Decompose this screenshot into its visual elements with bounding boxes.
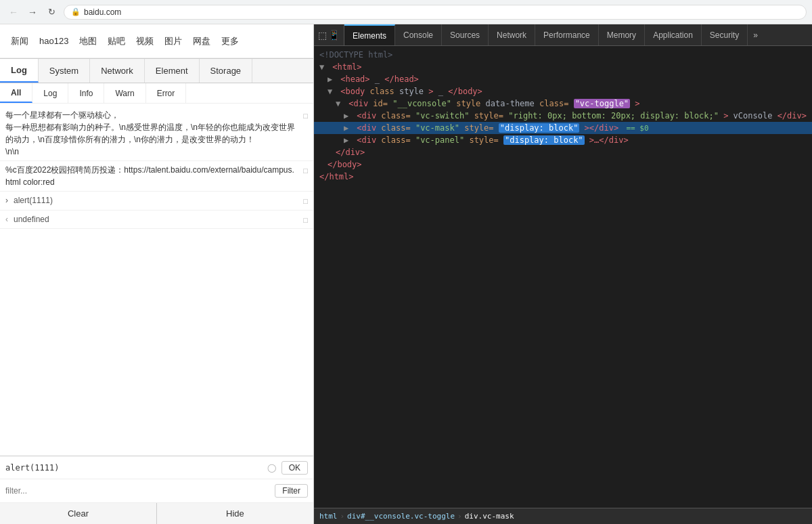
head-ellipsis: _	[375, 74, 380, 84]
filter-log[interactable]: Log	[32, 83, 68, 103]
nav-buttons: ← → ↻	[5, 4, 60, 20]
collapse-html[interactable]: ▼	[319, 62, 328, 72]
vc-panel-style-highlight: "display: block"	[503, 135, 585, 145]
browser-chrome: ← → ↻ 🔒 baidu.com	[0, 0, 812, 24]
console-ok-button[interactable]: OK	[281, 461, 308, 475]
head-close: </head>	[384, 74, 419, 84]
entry-arrow-4: ‹	[5, 213, 8, 225]
main-area: 新闻 hao123 地图 贴吧 视频 图片 网盘 更多 Log System N…	[0, 24, 812, 524]
tab-network[interactable]: Network	[90, 59, 145, 83]
nav-item-hao123[interactable]: hao123	[39, 36, 68, 46]
breadcrumb-html[interactable]: html	[319, 512, 338, 521]
nav-item-map[interactable]: 地图	[79, 35, 97, 47]
devtools-panel: ⬚ 📱 Elements Console Sources Network Per…	[314, 24, 812, 524]
filter-error[interactable]: Error	[146, 83, 187, 103]
inspect-icon[interactable]: ⬚	[318, 30, 327, 41]
devtools-tab-memory[interactable]: Memory	[599, 24, 645, 45]
copy-btn-3[interactable]: □	[303, 196, 308, 207]
dom-line-close-div[interactable]: </div>	[314, 146, 812, 158]
address-bar[interactable]: 🔒 baidu.com	[64, 5, 807, 20]
devtools-tab-network[interactable]: Network	[489, 24, 535, 45]
forward-button[interactable]: →	[24, 4, 41, 20]
console-text-4: undefined	[14, 213, 298, 225]
filter-info[interactable]: Info	[68, 83, 104, 103]
console-entry-3: › alert(1111) □	[0, 192, 313, 211]
collapse-vc-panel[interactable]: ▶	[344, 135, 352, 145]
tab-element[interactable]: Element	[145, 59, 200, 83]
dom-line-body[interactable]: ▼ <body class style > _ </body>	[314, 85, 812, 97]
devtools-tab-sources[interactable]: Sources	[442, 24, 489, 45]
devtools-tab-application[interactable]: Application	[645, 24, 702, 45]
filter-all[interactable]: All	[0, 83, 32, 103]
lock-icon: 🔒	[71, 7, 81, 16]
browser-content: 新闻 hao123 地图 贴吧 视频 图片 网盘 更多 Log System N…	[0, 24, 314, 524]
vc-toggle-highlight: "vc-toggle"	[574, 99, 630, 108]
nav-item-tieba[interactable]: 贴吧	[108, 35, 125, 47]
collapse-body[interactable]: ▼	[328, 87, 336, 96]
nav-item-news[interactable]: 新闻	[11, 35, 28, 47]
console-text-3: alert(1111)	[14, 194, 298, 206]
copy-btn-2[interactable]: □	[303, 165, 308, 177]
url-text: baidu.com	[84, 7, 121, 17]
dom-line-vc-panel[interactable]: ▶ <div class= "vc-panel" style= "display…	[314, 134, 812, 146]
tab-log[interactable]: Log	[0, 59, 39, 83]
dom-line-close-html[interactable]: </html>	[314, 171, 812, 183]
devtools-breadcrumb: html › div#__vconsole.vc-toggle › div.vc…	[314, 508, 812, 524]
console-entry-4: ‹ undefined □	[0, 211, 313, 230]
devtools-tab-elements[interactable]: Elements	[344, 24, 395, 45]
vc-mask-style-highlight: "display: block"	[499, 123, 580, 133]
collapse-vconsole[interactable]: ▼	[336, 99, 344, 108]
console-filter-bar: All Log Info Warn Error	[0, 83, 313, 104]
dom-line-head[interactable]: ▶ <head> _ </head>	[314, 73, 812, 85]
head-tag: <head>	[340, 74, 369, 84]
nav-item-pan[interactable]: 网盘	[193, 35, 210, 47]
vconsole-panel: Log System Network Element Storage All L…	[0, 58, 313, 524]
console-actions: Clear Hide	[0, 502, 313, 524]
collapse-head[interactable]: ▶	[328, 74, 336, 84]
copy-btn-1[interactable]: □	[303, 110, 308, 122]
devtools-more-tabs[interactable]: »	[748, 24, 763, 45]
console-filter-button[interactable]: Filter	[275, 484, 308, 498]
console-entry-2: %c百度2022校园招聘简历投递：https://talent.baidu.co…	[0, 161, 313, 192]
vconsole-tabs: Log System Network Element Storage	[0, 59, 313, 83]
dom-line-doctype[interactable]: <!DOCTYPE html>	[314, 49, 812, 61]
refresh-button[interactable]: ↻	[43, 4, 60, 20]
collapse-vc-switch[interactable]: ▶	[344, 111, 352, 121]
copy-btn-4[interactable]: □	[303, 215, 308, 226]
filter-warn[interactable]: Warn	[104, 83, 145, 103]
dom-line-close-body[interactable]: </body>	[314, 158, 812, 171]
console-hide-button[interactable]: Hide	[157, 503, 313, 524]
console-input-area: ◯ OK Filter Clear Hide	[0, 456, 313, 524]
dom-line-vc-mask[interactable]: ▶ <div class= "vc-mask" style= "display:…	[314, 122, 812, 134]
tab-storage[interactable]: Storage	[200, 59, 253, 83]
doctype-text: <!DOCTYPE html>	[319, 50, 392, 60]
devtools-tab-performance[interactable]: Performance	[535, 24, 599, 45]
back-button[interactable]: ←	[5, 4, 22, 20]
collapse-vc-mask[interactable]: ▶	[344, 123, 352, 133]
console-clear-icon[interactable]: ◯	[267, 463, 276, 473]
breadcrumb-mask[interactable]: div.vc-mask	[465, 512, 514, 521]
dom-line-vc-switch[interactable]: ▶ <div class= "vc-switch" style= "right:…	[314, 110, 812, 122]
console-clear-button[interactable]: Clear	[0, 503, 157, 524]
devtools-dom-content: <!DOCTYPE html> ▼ <html> ▶ <head> _ </he…	[314, 46, 812, 508]
dom-line-vconsole[interactable]: ▼ <div id= "__vconsole" style data-theme…	[314, 97, 812, 110]
close-div-tag: </div>	[336, 148, 365, 157]
breadcrumb-vconsole[interactable]: div#__vconsole.vc-toggle	[347, 512, 455, 521]
console-input-row: ◯ OK	[0, 456, 313, 479]
devtools-tab-security[interactable]: Security	[702, 24, 748, 45]
nav-item-image[interactable]: 图片	[164, 35, 182, 47]
html-tag: <html>	[332, 62, 361, 72]
tab-system[interactable]: System	[39, 59, 90, 83]
console-text-2: %c百度2022校园招聘简历投递：https://talent.baidu.co…	[5, 164, 298, 188]
devtools-tab-console[interactable]: Console	[395, 24, 442, 45]
baidu-nav: 新闻 hao123 地图 贴吧 视频 图片 网盘 更多	[0, 24, 313, 58]
dom-line-html[interactable]: ▼ <html>	[314, 61, 812, 73]
console-input[interactable]	[5, 463, 262, 473]
console-entry-1: 每一个星球都有一个驱动核心， 每一种思想都有影响力的种子。\n感受世界的温度，\…	[0, 106, 313, 161]
nav-item-more[interactable]: 更多	[221, 35, 239, 47]
nav-item-video[interactable]: 视频	[136, 35, 154, 47]
console-text-1: 每一个星球都有一个驱动核心， 每一种思想都有影响力的种子。\n感受世界的温度，\…	[5, 109, 298, 158]
device-icon[interactable]: 📱	[328, 30, 340, 41]
console-filter-input[interactable]	[5, 486, 269, 496]
console-output: 每一个星球都有一个驱动核心， 每一种思想都有影响力的种子。\n感受世界的温度，\…	[0, 104, 313, 456]
